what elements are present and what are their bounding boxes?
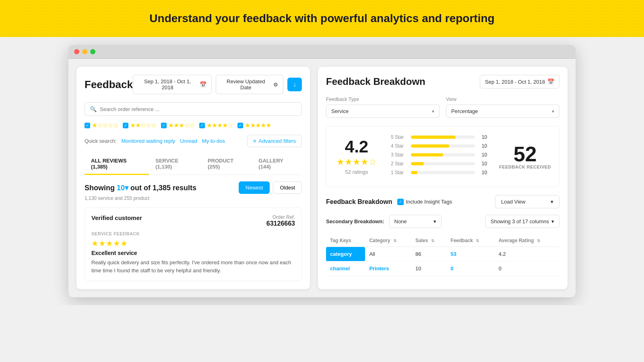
secondary-breakdown-label: Secondary Breakdown: [326, 218, 384, 224]
bar-row-4: 4 Star 10 [391, 143, 487, 149]
unread-link[interactable]: Unread [180, 138, 197, 144]
monitored-waiting-link[interactable]: Monitored waiting reply [121, 138, 175, 144]
load-view-button[interactable]: Load View ▾ [495, 195, 559, 208]
right-date-range-button[interactable]: Sep 1, 2018 - Oct 1, 2018 📅 [480, 75, 559, 88]
dot-red[interactable] [74, 49, 79, 54]
view-arrow: ▾ [552, 109, 554, 114]
star-checkbox-1[interactable]: ✓ [85, 123, 90, 128]
review-text: Really quick delivery and size fits perf… [91, 259, 295, 274]
view-select[interactable]: Percentage ▾ [446, 105, 559, 118]
tab-service[interactable]: SERVICE (1,130) [149, 154, 201, 175]
stars-5: ★★★★★ [245, 121, 271, 129]
download-button[interactable]: ↓ [287, 78, 302, 91]
th-avg-rating[interactable]: Average Rating ⇅ [495, 234, 559, 247]
star-checkbox-3[interactable]: ✓ [161, 123, 167, 128]
feedback-type-section: Feedback Type Service ▾ View Percentage … [326, 97, 559, 118]
banner: Understand your feedback with powerful a… [0, 0, 644, 37]
review-title: Excellent service [91, 250, 295, 256]
feedback-received-label: FEEDBACK RECEIVED [499, 165, 551, 169]
category-cell-1: Printers [365, 261, 411, 276]
category-link-1[interactable]: Printers [369, 265, 389, 272]
showing-text: Showing [85, 184, 115, 192]
bar-label-2: 2 Star [391, 161, 407, 167]
feedback-link-1[interactable]: 0 [451, 265, 454, 272]
tab-product[interactable]: PRODUCT (255) [201, 154, 252, 175]
chart-stars: ★★★★☆ [334, 157, 379, 167]
search-input[interactable] [100, 106, 297, 112]
secondary-breakdown-select[interactable]: None ▾ [389, 215, 442, 228]
bar-label-5: 5 Star [391, 134, 407, 140]
my-todos-link[interactable]: My to-dos [202, 138, 225, 144]
bar-fill-3 [411, 153, 443, 156]
category-cell-0: All [365, 247, 411, 261]
th-category[interactable]: Category ⇅ [365, 234, 411, 247]
star-filter-1: ✓ ★☆☆☆☆ [85, 121, 118, 129]
sales-cell-1: 10 [411, 261, 447, 276]
total-text: 1,385 results [153, 184, 196, 192]
rating-summary: 4.2 ★★★★☆ 52 ratings [334, 138, 379, 175]
th-sales[interactable]: Sales ⇅ [411, 234, 447, 247]
bar-track-1 [411, 171, 475, 174]
bar-num-4: 10 [479, 143, 487, 149]
star-checkbox-2[interactable]: ✓ [123, 123, 128, 128]
feedback-type-select[interactable]: Service ▾ [326, 105, 440, 118]
bar-track-4 [411, 144, 475, 148]
oldest-button[interactable]: Oldest [273, 181, 302, 194]
of-text: out of [130, 184, 151, 192]
quick-search: Quick search: Monitored waiting reply Un… [85, 135, 302, 147]
quick-search-label: Quick search: [85, 138, 116, 144]
insight-checkbox-group: ✓ Include Insight Tags [397, 199, 452, 205]
advanced-filters-label: Advanced filters [259, 138, 296, 144]
table-header: Tag Keys Category ⇅ Sales ⇅ Fe [326, 234, 559, 247]
results-header: Showing 10▾ out of 1,385 results Newest … [85, 181, 302, 194]
feedback-link-0[interactable]: 53 [451, 251, 456, 257]
secondary-row: Secondary Breakdown: None ▾ Showing 3 of… [326, 215, 559, 228]
bar-label-3: 3 Star [391, 152, 407, 158]
dot-yellow[interactable] [82, 49, 87, 54]
customer-name: Verified customer [91, 214, 142, 221]
dot-green[interactable] [90, 49, 95, 54]
tag-key-cell-0[interactable]: category [326, 247, 365, 261]
order-ref-label: Order Ref. [266, 214, 295, 220]
review-stars: ★★★★★ [91, 239, 295, 248]
table-row: channel Printers 10 0 0 [326, 261, 559, 276]
breakdown-section-title: Feedback Breakdown [326, 198, 392, 206]
bar-label-4: 4 Star [391, 143, 407, 149]
chart-section: 4.2 ★★★★☆ 52 ratings 5 Star 10 4 Star [326, 126, 559, 187]
bar-label-1: 1 Star [391, 170, 407, 175]
tag-key-cell-1[interactable]: channel [326, 261, 365, 276]
star-filter-4: ✓ ★★★★☆ [199, 121, 233, 129]
avg-rating-cell-1: 0 [495, 261, 559, 276]
newest-button[interactable]: Newest [239, 181, 270, 194]
date-range-button[interactable]: Sep 1, 2018 - Oct 1, 2018 📅 [133, 75, 212, 94]
th-feedback[interactable]: Feedback ⇅ [447, 234, 495, 247]
star-checkbox-5[interactable]: ✓ [237, 123, 243, 128]
avg-sort-icon: ⇅ [537, 239, 540, 243]
secondary-arrow: ▾ [433, 218, 436, 224]
results-highlight[interactable]: 10▾ [117, 184, 130, 192]
panel-header: Feedback Sep 1, 2018 - Oct 1, 2018 📅 Rev… [85, 75, 302, 94]
bar-num-2: 10 [479, 161, 487, 167]
bar-row-3: 3 Star 10 [391, 152, 487, 158]
category-sort-icon: ⇅ [393, 239, 396, 243]
insight-label: Include Insight Tags [406, 199, 452, 205]
breakdown-header: Feedback Breakdown ✓ Include Insight Tag… [326, 195, 559, 208]
order-ref-section: Order Ref. 63126663 [266, 214, 295, 227]
tab-gallery[interactable]: GALLERY (144) [252, 154, 302, 175]
bar-num-5: 10 [479, 134, 487, 140]
advanced-filters-button[interactable]: ≡ Advanced filters [247, 135, 302, 147]
star-filter-5: ✓ ★★★★★ [237, 121, 271, 129]
view-value: Percentage [451, 108, 478, 114]
stars-3: ★★★☆☆ [168, 121, 194, 129]
sales-cell-0: 86 [411, 247, 447, 261]
columns-button[interactable]: Showing 3 of 17 columns ▾ [485, 215, 559, 228]
view-label: View [446, 97, 559, 102]
sort-button[interactable]: Review Updated Date ⚙ [216, 75, 284, 94]
bar-num-1: 10 [479, 170, 487, 175]
star-checkbox-4[interactable]: ✓ [199, 123, 205, 128]
titlebar [68, 45, 576, 59]
insight-checkbox[interactable]: ✓ [397, 199, 404, 205]
th-tag-keys[interactable]: Tag Keys [326, 234, 365, 247]
bar-fill-4 [411, 144, 449, 148]
tab-all-reviews[interactable]: ALL REVIEWS (1,385) [85, 154, 149, 175]
